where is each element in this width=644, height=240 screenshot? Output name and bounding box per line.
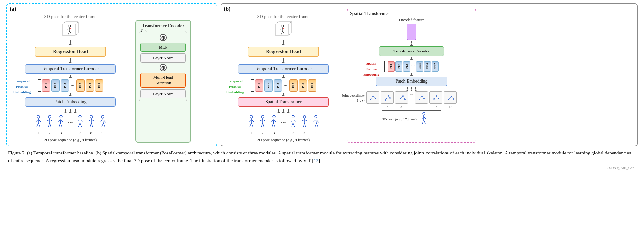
svg-line-100 <box>315 123 316 127</box>
svg-line-4 <box>62 22 66 24</box>
pose-2d-label: 2D pose (e.g., 17 joints) <box>382 117 417 121</box>
svg-line-5 <box>75 22 78 24</box>
svg-line-111 <box>388 96 390 98</box>
svg-line-87 <box>293 120 295 122</box>
lx-label: L × <box>141 28 147 33</box>
svg-line-81 <box>274 120 276 122</box>
panel-b-title: 3D pose for the center frame <box>257 14 310 19</box>
svg-point-84 <box>292 115 294 118</box>
arrow-b-4 <box>282 93 285 96</box>
joint-cell-1: 1 <box>366 91 379 104</box>
svg-line-49 <box>102 123 103 127</box>
pe-token-3: PE3 <box>61 79 69 92</box>
pe-token-2: PE2 <box>51 79 60 92</box>
layer-norm-1: Layer Norm <box>140 53 186 63</box>
svg-line-17 <box>36 120 38 122</box>
svg-line-77 <box>263 123 264 127</box>
svg-point-72 <box>261 115 264 118</box>
spatial-detail-panel: Spatial Transformer Encoded feature Tran <box>347 9 476 143</box>
svg-point-96 <box>315 115 317 118</box>
svg-line-43 <box>90 123 91 127</box>
svg-line-135 <box>424 117 426 119</box>
svg-line-28 <box>60 118 61 123</box>
te-spatial: Transformer Encoder <box>379 46 444 56</box>
svg-line-59 <box>288 33 292 35</box>
pe-tokens-a: PE1 PE2 PE3 ··· PE7 PE8 PE9 <box>42 79 103 92</box>
svg-line-68 <box>249 120 251 122</box>
reg-head-a: Regression Head <box>35 47 106 57</box>
joint-num-1: 1 <box>372 105 374 109</box>
transformer-encoder-a: Transformer Encoder L × ⊕ MLP Layer Norm… <box>135 20 191 143</box>
svg-line-30 <box>61 120 63 122</box>
joint-cell-3: 3 <box>395 91 408 104</box>
svg-line-19 <box>37 123 38 127</box>
svg-line-26 <box>50 123 51 127</box>
pe-dots-b: ··· <box>283 83 288 88</box>
caption-text: Figure 2. (a) Temporal transformer basel… <box>8 150 631 163</box>
svg-line-94 <box>303 123 304 127</box>
layer-norm-2: Layer Norm <box>140 89 186 98</box>
arrow-b-1 <box>282 40 285 45</box>
svg-line-23 <box>47 120 50 121</box>
svg-line-93 <box>304 120 307 121</box>
pose-2d-stick-fig <box>419 111 428 127</box>
svg-line-24 <box>50 120 52 121</box>
fig-dots: ··· <box>67 119 74 131</box>
joint-num-17: 17 <box>448 105 452 109</box>
svg-line-47 <box>101 120 103 122</box>
figure-caption: Figure 2. (a) Temporal transformer basel… <box>6 149 638 165</box>
fig-dots-b: ··· <box>280 119 287 131</box>
svg-line-75 <box>263 120 265 121</box>
svg-line-14 <box>70 31 71 34</box>
joint-num-2: 2 <box>386 105 388 109</box>
joint-cell-15: 15 <box>415 91 428 104</box>
svg-line-11 <box>68 28 70 30</box>
spe-token-17: PE17 <box>432 61 439 72</box>
spe-token-3: PE3 <box>403 61 410 72</box>
multi-head-attention: Multi-Head Attention <box>140 73 186 88</box>
svg-point-33 <box>79 115 81 118</box>
stick-fig-8: 8 <box>87 114 96 136</box>
frame-num-3: 3 <box>60 131 62 136</box>
spe-label: SpatialPositionEmbedding <box>360 61 383 77</box>
svg-point-39 <box>90 115 93 118</box>
svg-line-98 <box>314 120 316 122</box>
svg-line-71 <box>251 123 253 127</box>
svg-point-90 <box>303 115 306 118</box>
plus-circle-mid: ⊕ <box>160 64 167 71</box>
svg-line-115 <box>400 96 403 99</box>
svg-line-89 <box>293 123 295 127</box>
spe-token-16: PE16 <box>424 61 431 72</box>
pe-token-b-1: PE1 <box>255 79 263 92</box>
joint-num-15: 15 <box>420 105 423 109</box>
svg-line-106 <box>373 96 375 99</box>
svg-line-42 <box>91 120 94 121</box>
svg-line-120 <box>419 96 422 99</box>
svg-point-60 <box>282 25 284 27</box>
arrow-a-4 <box>69 93 72 96</box>
joint-coord-label: Joint coordinate(x, y) <box>340 93 365 103</box>
encoded-section: Encoded feature <box>399 18 424 40</box>
pose-2d-section: 2D pose (e.g., 17 joints) <box>382 110 441 127</box>
svg-line-126 <box>436 96 439 98</box>
svg-line-74 <box>260 120 263 121</box>
frame-num-8: 8 <box>90 131 92 136</box>
stick-fig-9: 9 <box>98 114 108 136</box>
svg-line-55 <box>275 22 279 24</box>
joint-num-16: 16 <box>434 105 437 109</box>
svg-line-64 <box>281 31 283 34</box>
svg-line-137 <box>424 120 425 124</box>
svg-point-66 <box>250 115 253 118</box>
frame-num-b-7: 7 <box>292 131 294 136</box>
stick-fig-7: 7 <box>75 114 85 136</box>
svg-line-50 <box>103 123 105 127</box>
svg-point-27 <box>60 115 62 118</box>
spatial-panel-content: Encoded feature Transformer Encoder <box>351 12 472 127</box>
stick-fig-2: 2 <box>45 114 54 136</box>
svg-line-37 <box>78 123 80 127</box>
spe-token-1: PE1 <box>388 61 395 72</box>
stick-fig-b-8: 8 <box>300 114 309 136</box>
main-container: (a) 3D pose for the center frame <box>0 0 644 173</box>
pose-3d-figure-a <box>59 21 82 40</box>
svg-line-32 <box>60 123 62 127</box>
